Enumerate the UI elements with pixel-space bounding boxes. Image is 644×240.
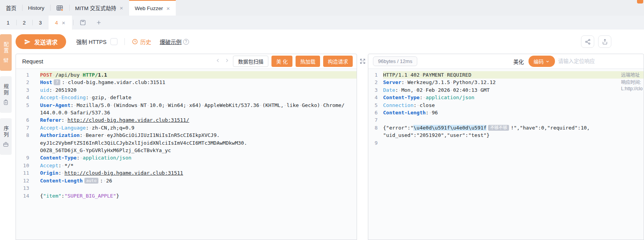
chevron-down-icon [545,59,550,64]
fuzzer-tab-label: 3 [39,20,42,26]
request-panel-header: Request 数据包扫描 美 化 热加载 构造请求 [16,54,357,69]
construct-request-button[interactable]: 构造请求 [323,56,353,67]
line-number: 9 [368,139,383,147]
inline-tag: ? [54,79,60,85]
hot-reload-button[interactable]: 热加载 [296,56,320,67]
send-icon [24,39,31,45]
close-icon[interactable]: × [120,5,123,11]
code-line[interactable]: 4Content-Type:·application/json [368,94,644,101]
line-number: 14 [16,192,40,200]
code-line[interactable]: 4Accept-Encoding:·gzip,·deflate [16,94,357,101]
share-button[interactable] [581,35,594,48]
line-number: 5 [16,102,40,109]
code-line[interactable]: 3Date:·Mon,·02·Feb·2026·02:40:13·GMT [368,86,644,94]
code-line[interactable]: 2Host?:·cloud-big.hgame.vidar.club:31511 [16,79,357,86]
code-line[interactable]: 14{"item":"SUPER_BIG_APPLE"} [16,192,357,200]
line-number: 1 [368,71,383,79]
clock-icon [132,39,138,45]
top-tab-grid[interactable] [50,0,69,16]
code-line[interactable]: 7 [368,116,644,124]
code-line[interactable]: 7Accept-Language:·zh-CN,zh;q=0.9 [16,124,357,131]
fuzzer-tab-label: 4 [55,20,58,26]
code-line[interactable]: 144.0.0.0·Safari/537.36 [16,109,357,116]
sidebar-tab-label: 规则 [2,84,10,96]
code-line[interactable]: eyJ1c2VybmFtZSI6InRlc3QiLCJyb2xlIjoidXNl… [16,139,357,147]
export-button[interactable] [598,35,611,48]
fuzzer-sequence-tabs: 1234× [0,16,107,30]
sidebar-tab-config[interactable]: 配置 [0,34,12,71]
fuzzer-tab-seq-1[interactable]: 1 [0,16,16,30]
code-line[interactable]: 9 [368,139,644,147]
sidebar-tab-sequence[interactable]: 序列 [0,118,12,155]
clipboard-icon [3,99,9,105]
code-line[interactable]: 5Connection:·close [368,102,644,109]
locate-response-input[interactable] [558,58,640,64]
request-editor[interactable]: 1POST·/api/buy·HTTP/1.12Host?:·cloud-big… [16,69,357,240]
line-number: 4 [368,94,383,101]
code-line[interactable]: 2Server:·Werkzeug/3.1.5·Python/3.12.12 [368,79,644,86]
code-line[interactable]: "uid_used":"2051920","user":"test"} [368,131,644,139]
top-tab-label: MITM 交互式劫持 [75,4,116,12]
yakit-window: 首页HistoryMITM 交互式劫持×Web Fuzzer× 1234× 配置… [0,0,644,240]
fuzzer-tab-seq-4[interactable]: 4× [49,16,72,30]
code-line[interactable]: O0Z8_56TD6jX_G-YpGVRlyHxM6Plzj_G6cTBvkYa… [16,147,357,154]
code-line[interactable]: 6Content-Length:·96 [368,109,644,116]
top-tab-mitm[interactable]: MITM 交互式劫持× [69,0,129,16]
code-line[interactable]: 13 [16,184,357,192]
fuzzer-tab-seq-3[interactable]: 3 [32,16,49,30]
line-number: 2 [16,79,40,86]
response-beautify-button[interactable]: 美化 [513,58,524,65]
code-line[interactable]: 8Authorization:·Bearer·eyJhbGciOiJIUzI1N… [16,131,357,139]
sidebar-tab-rules[interactable]: 规则 [0,76,12,113]
packet-scan-button[interactable]: 数据包扫描 [233,56,268,67]
top-tab-history[interactable]: History [22,0,50,16]
send-request-button[interactable]: 发送请求 [16,34,66,49]
line-number: 6 [368,109,383,116]
force-https-checkbox[interactable] [110,38,117,45]
save-fuzzer-tab-button[interactable] [75,16,91,30]
line-number: 11 [16,169,40,177]
line-number: 8 [16,131,40,139]
code-line[interactable]: 5User-Agent:·Mozilla/5.0·(Windows·NT·10.… [16,102,357,109]
history-label: 历史 [140,38,151,46]
fuzzer-tab-label: 1 [7,20,10,26]
encode-label: 编码 [534,58,544,65]
code-line[interactable]: 11Origin:·http://cloud-big.hgame.vidar.c… [16,169,357,177]
code-line[interactable]: 10Accept:·*/* [16,162,357,169]
top-tab-home[interactable]: 首页 [0,0,22,16]
expand-icon[interactable] [359,58,366,65]
code-line[interactable]: 9Content-Type:·application/json [16,154,357,161]
request-panel: Request 数据包扫描 美 化 热加载 构造请求 1POST·/api/bu… [16,54,357,240]
inline-tag: auto [84,178,99,184]
close-icon[interactable]: × [166,5,170,11]
line-number: 6 [16,116,40,124]
code-line[interactable]: 1POST·/api/buy·HTTP/1.1 [16,71,357,79]
code-line[interactable]: 1HTTP/1.1·402·PAYMENT·REQUIRED [368,71,644,79]
brute-example-link[interactable]: 爆破示例 [160,38,182,46]
code-line[interactable]: 3uid:·2051920 [16,86,357,94]
encode-button[interactable]: 编码 [528,56,555,67]
save-icon [79,19,86,26]
code-line[interactable]: 6Referer:·http://cloud-big.hgame.vidar.c… [16,116,357,124]
add-fuzzer-tab-button[interactable] [91,16,107,30]
line-number: 7 [16,124,40,131]
code-line[interactable]: 12Content-Lengthauto:·26 [16,177,357,184]
line-number: 10 [16,162,40,169]
close-icon[interactable]: × [62,20,65,26]
chevron-right-icon[interactable] [224,58,230,65]
line-number: 7 [368,116,383,124]
code-line[interactable]: 8{"error":"\u4e0d\u591f\u4e0d\u591f不够不够!… [368,124,644,131]
line-number: 8 [368,124,383,131]
request-title: Request [22,58,43,65]
top-tab-web-fuzzer[interactable]: Web Fuzzer× [129,0,176,16]
history-button[interactable]: 历史 [132,38,151,46]
table-icon [56,4,63,12]
inline-tag: 不够不够 [488,125,509,131]
chevron-left-icon[interactable] [215,58,221,65]
response-editor[interactable]: 1HTTP/1.1·402·PAYMENT·REQUIRED2Server:·W… [368,69,644,240]
response-stats-badge: 96bytes / 12ms [373,56,417,66]
line-number: 13 [16,184,40,192]
beautify-button[interactable]: 美 化 [271,56,292,67]
fuzzer-tab-seq-2[interactable]: 2 [16,16,33,30]
question-icon[interactable]: ? [183,39,189,45]
